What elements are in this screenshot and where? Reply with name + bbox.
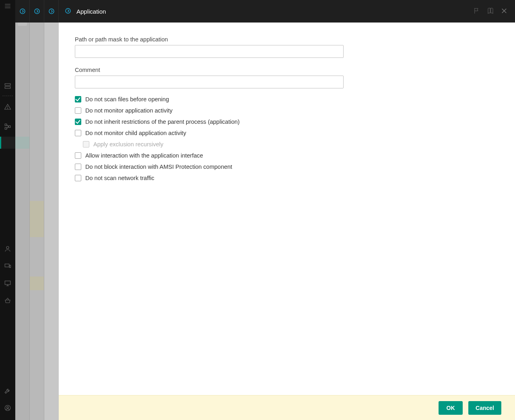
checkbox-box (75, 164, 81, 170)
app-sidebar (0, 0, 15, 420)
checkbox-label: Do not monitor application activity (85, 107, 173, 114)
comment-field-group: Comment (75, 67, 499, 88)
checkbox-box (75, 152, 81, 159)
wrench-icon (4, 387, 11, 394)
checkbox-apply_recursively: Apply exclusion recursively (83, 140, 499, 149)
svg-rect-3 (5, 84, 10, 86)
topbar: Application (15, 0, 515, 23)
circle-chevron-icon (33, 8, 41, 15)
checkbox-no_monitor_child[interactable]: Do not monitor child application activit… (75, 129, 499, 137)
basket-icon (4, 297, 11, 304)
checkbox-label: Apply exclusion recursively (93, 141, 163, 148)
tree-icon (4, 123, 11, 130)
svg-rect-4 (5, 87, 10, 89)
account-icon (4, 404, 11, 412)
path-input[interactable] (75, 45, 344, 58)
menu-toggle[interactable] (0, 0, 15, 12)
checkbox-box (83, 141, 89, 148)
checkbox-no_block_amsi[interactable]: Do not block interaction with AMSI Prote… (75, 162, 499, 171)
breadcrumb-step-2[interactable] (30, 0, 44, 23)
sidebar-item-devices[interactable] (4, 262, 11, 271)
checkbox-no_scan_before_open[interactable]: Do not scan files before opening (75, 95, 499, 104)
sidebar-item-alerts[interactable] (4, 103, 11, 112)
checkbox-label: Do not monitor child application activit… (85, 130, 186, 136)
svg-rect-14 (10, 265, 11, 268)
svg-point-21 (35, 9, 39, 14)
circle-chevron-icon (19, 8, 26, 15)
cancel-button[interactable]: Cancel (468, 401, 501, 415)
sidebar-item-tree[interactable] (4, 123, 11, 131)
svg-point-22 (49, 9, 54, 14)
monitor-icon (4, 280, 11, 287)
svg-rect-8 (5, 127, 7, 129)
devices-icon (4, 262, 11, 270)
checkbox-label: Do not scan files before opening (85, 96, 169, 102)
path-field-group: Path or path mask to the application (75, 36, 499, 58)
svg-rect-7 (5, 124, 7, 126)
svg-point-12 (6, 246, 9, 249)
alert-icon (4, 103, 11, 111)
breadcrumb-step-1[interactable] (15, 0, 30, 23)
breadcrumb-step-3[interactable] (44, 0, 59, 23)
circle-chevron-icon (64, 7, 72, 14)
comment-label: Comment (75, 67, 499, 73)
flag-button[interactable] (473, 7, 480, 16)
svg-rect-15 (5, 281, 10, 285)
checkbox-no_scan_network[interactable]: Do not scan network traffic (75, 174, 499, 182)
checkbox-box (75, 96, 81, 102)
form-area: Path or path mask to the application Com… (59, 23, 515, 395)
svg-point-6 (8, 108, 8, 109)
layout-icon (4, 82, 11, 90)
sidebar-item-dashboard[interactable] (4, 82, 11, 91)
book-icon (487, 7, 494, 14)
svg-point-23 (66, 8, 70, 13)
checkbox-label: Allow interaction with the application i… (85, 152, 203, 159)
comment-input[interactable] (75, 76, 344, 88)
page-title: Application (76, 8, 106, 15)
sidebar-item-users[interactable] (4, 245, 11, 254)
title-icon (64, 7, 72, 16)
sidebar-item-account[interactable] (4, 404, 11, 413)
circle-chevron-icon (48, 8, 55, 15)
checkbox-box (75, 175, 81, 181)
svg-rect-9 (8, 126, 10, 128)
checkbox-label: Do not scan network traffic (85, 175, 154, 181)
help-button[interactable] (487, 7, 494, 16)
flag-icon (473, 7, 480, 14)
ok-button[interactable]: OK (439, 401, 463, 415)
footer-bar: OK Cancel (59, 395, 515, 420)
path-label: Path or path mask to the application (75, 36, 499, 43)
sidebar-item-monitor[interactable] (4, 280, 11, 288)
svg-line-10 (7, 125, 9, 127)
checkbox-box (75, 107, 81, 114)
user-icon (4, 245, 11, 252)
close-button[interactable] (501, 7, 508, 16)
main-panel: Path or path mask to the application Com… (59, 23, 515, 420)
svg-line-11 (7, 127, 9, 129)
svg-point-19 (7, 406, 9, 408)
hamburger-icon (4, 2, 11, 10)
checkbox-label: Do not block interaction with AMSI Prote… (85, 164, 232, 170)
svg-rect-13 (5, 264, 9, 267)
checkbox-allow_interaction[interactable]: Allow interaction with the application i… (75, 151, 499, 160)
sidebar-item-basket[interactable] (4, 297, 11, 305)
sidebar-item-settings[interactable] (4, 387, 11, 395)
checkbox-no_inherit_parent[interactable]: Do not inherit restrictions of the paren… (75, 117, 499, 126)
checkbox-label: Do not inherit restrictions of the paren… (85, 119, 240, 125)
checkbox-list: Do not scan files before openingDo not m… (75, 95, 499, 182)
sidebar-active-indicator (0, 137, 15, 149)
checkbox-box (75, 119, 81, 125)
close-icon (501, 7, 508, 14)
checkbox-box (75, 130, 81, 136)
checkbox-no_monitor_activity[interactable]: Do not monitor application activity (75, 106, 499, 115)
svg-point-20 (20, 9, 25, 14)
